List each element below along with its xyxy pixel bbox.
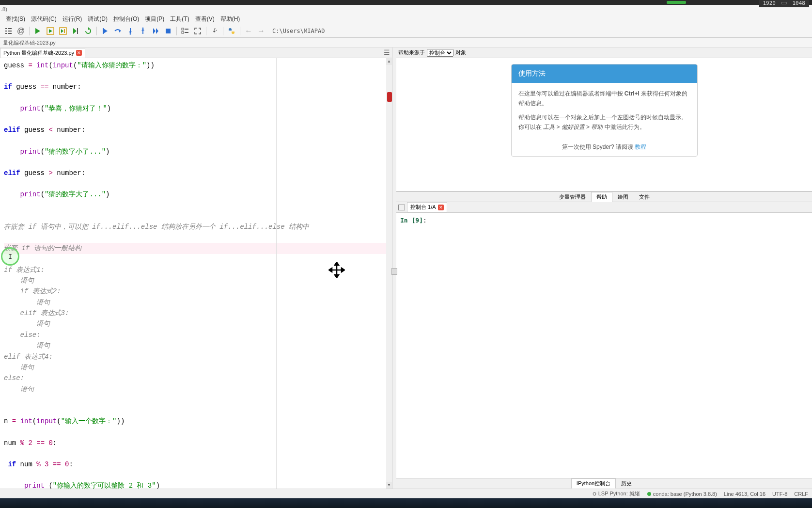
- move-cursor-icon: [328, 262, 345, 278]
- svg-rect-5: [8, 33, 12, 34]
- status-lsp: LSP Python: 就绪: [592, 490, 640, 497]
- svg-marker-24: [153, 28, 156, 34]
- run-cell-button[interactable]: [45, 26, 56, 36]
- scrollbar-thumb[interactable]: [387, 92, 392, 102]
- console-window-icon[interactable]: [398, 205, 405, 210]
- svg-rect-27: [182, 28, 184, 30]
- taskbar: [0, 498, 812, 508]
- editor-tabs: Python 量化编程基础-2023.py ✕ ☰: [0, 48, 392, 58]
- ipython-console[interactable]: In [9]:: [396, 213, 812, 478]
- run-button[interactable]: [32, 26, 43, 36]
- menu-source[interactable]: 源代码(C): [28, 15, 60, 23]
- svg-point-23: [142, 27, 144, 29]
- svg-rect-11: [64, 29, 65, 33]
- code-editor[interactable]: guess = int(input("请输入你猜的数字：")) if guess…: [0, 58, 392, 489]
- help-content: 使用方法 在这里你可以通过在编辑器或者终端中按 Ctrl+I 来获得任何对象的帮…: [396, 58, 812, 191]
- svg-rect-16: [103, 28, 104, 34]
- step-into-button[interactable]: [125, 26, 136, 36]
- svg-marker-6: [35, 28, 40, 34]
- wrench-icon[interactable]: [209, 26, 220, 36]
- help-source-label: 帮助来源于: [398, 49, 425, 56]
- rerun-button[interactable]: [83, 26, 94, 36]
- filepath-text: 量化编程基础-2023.py: [3, 40, 56, 46]
- menu-tools[interactable]: 工具(T): [167, 15, 192, 23]
- res-height: 1048: [793, 0, 806, 6]
- progress-indicator: [667, 1, 686, 4]
- step-out-button[interactable]: [138, 26, 148, 36]
- console-tabstrip: 控制台 1/A ✕: [396, 202, 812, 213]
- debug-button[interactable]: [100, 26, 110, 36]
- status-crlf: CRLF: [794, 491, 808, 497]
- tutorial-link[interactable]: 教程: [635, 143, 646, 150]
- svg-marker-22: [141, 29, 144, 31]
- scroll-down-icon[interactable]: ▼: [386, 482, 392, 489]
- ruler-line: [276, 58, 277, 489]
- outline-icon[interactable]: [3, 26, 14, 36]
- tab-varmanager[interactable]: 变量管理器: [554, 192, 591, 202]
- maximize-icon[interactable]: [192, 26, 203, 36]
- menu-run[interactable]: 运行(R): [60, 15, 85, 23]
- status-conda: conda: base (Python 3.8.8): [647, 491, 717, 497]
- svg-marker-19: [129, 32, 132, 33]
- console-prompt: In [9]:: [400, 217, 808, 224]
- step-over-button[interactable]: [112, 26, 123, 36]
- editor-panel: Python 量化编程基础-2023.py ✕ ☰ guess = int(in…: [0, 48, 392, 489]
- help-source-select[interactable]: 控制台: [427, 49, 453, 57]
- help-card-footer: 第一次使用 Spyder? 请阅读 教程: [512, 138, 697, 156]
- toolbar-path: C:\Users\MIAPAD: [272, 28, 325, 34]
- tab-help[interactable]: 帮助: [591, 192, 612, 202]
- help-toolbar: 帮助来源于 控制台 对象: [396, 48, 812, 58]
- splitter-handle[interactable]: [391, 268, 397, 275]
- run-selection-button[interactable]: [70, 26, 81, 36]
- splitter[interactable]: [392, 48, 396, 489]
- at-icon[interactable]: @: [16, 26, 26, 36]
- svg-rect-3: [8, 31, 12, 32]
- tab-history[interactable]: 历史: [616, 478, 637, 489]
- svg-marker-14: [88, 27, 90, 30]
- svg-rect-29: [182, 32, 184, 33]
- editor-tab-label: Python 量化编程基础-2023.py: [3, 49, 74, 57]
- svg-marker-25: [156, 28, 158, 34]
- svg-rect-0: [5, 28, 7, 29]
- menu-project[interactable]: 项目(P): [142, 15, 167, 23]
- status-position: Line 4613, Col 16: [724, 491, 765, 497]
- scroll-up-icon[interactable]: ▲: [386, 58, 392, 65]
- menu-view[interactable]: 查看(V): [192, 15, 218, 23]
- stop-button[interactable]: [163, 26, 173, 36]
- svg-rect-13: [77, 28, 78, 34]
- menu-search[interactable]: 查找(S): [3, 15, 28, 23]
- forward-button[interactable]: →: [256, 26, 266, 36]
- svg-rect-26: [166, 29, 171, 33]
- svg-marker-12: [73, 28, 77, 34]
- close-icon[interactable]: ✕: [438, 205, 444, 210]
- svg-rect-1: [8, 28, 12, 29]
- editor-tab[interactable]: Python 量化编程基础-2023.py ✕: [0, 48, 85, 58]
- menu-debug[interactable]: 调试(D): [85, 15, 110, 23]
- menu-console[interactable]: 控制台(O): [110, 15, 142, 23]
- svg-rect-2: [5, 31, 7, 32]
- tab-ipython[interactable]: IPython控制台: [571, 478, 616, 489]
- help-card-title: 使用方法: [512, 64, 697, 83]
- svg-marker-35: [329, 268, 332, 272]
- resolution-badge: 1920 ⊂⊃ 1048: [759, 0, 810, 7]
- svg-marker-36: [342, 268, 344, 272]
- title-bar: .8): [0, 5, 812, 14]
- continue-button[interactable]: [150, 26, 161, 36]
- menu-bar: 查找(S) 源代码(C) 运行(R) 调试(D) 控制台(O) 项目(P) 工具…: [0, 14, 812, 24]
- menu-help[interactable]: 帮助(H): [218, 15, 243, 23]
- console-tab-label: 控制台 1/A: [410, 204, 436, 211]
- title-suffix: .8): [1, 6, 7, 12]
- run-cell-advance-button[interactable]: [58, 26, 68, 36]
- hamburger-icon[interactable]: ☰: [384, 48, 390, 56]
- tab-plot[interactable]: 绘图: [612, 192, 634, 202]
- python-icon[interactable]: [226, 26, 237, 36]
- console-tab[interactable]: 控制台 1/A ✕: [407, 202, 447, 212]
- svg-point-20: [130, 33, 131, 34]
- close-icon[interactable]: ✕: [76, 50, 82, 56]
- help-object-label: 对象: [455, 49, 466, 56]
- svg-point-38: [647, 492, 651, 496]
- svg-marker-10: [61, 29, 63, 33]
- tab-file[interactable]: 文件: [634, 192, 655, 202]
- back-button[interactable]: ←: [243, 26, 254, 36]
- checklist-icon[interactable]: [180, 26, 190, 36]
